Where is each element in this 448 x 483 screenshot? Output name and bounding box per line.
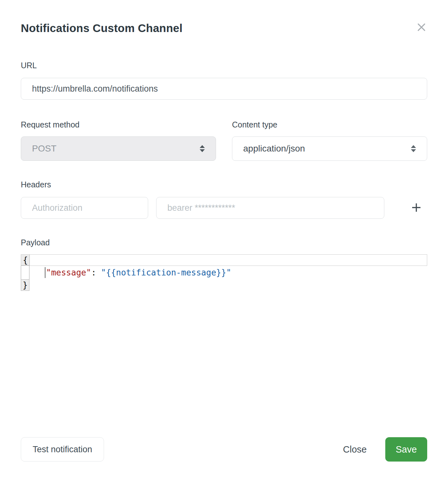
- url-label: URL: [21, 61, 427, 70]
- close-icon: [415, 30, 428, 35]
- code-line-close: }: [21, 279, 427, 291]
- header-name-input[interactable]: [21, 197, 148, 219]
- plus-icon: [411, 202, 421, 214]
- headers-group: Headers: [21, 180, 427, 219]
- code-line-body: "message":"{{notification-message}}": [21, 266, 427, 279]
- code-text: "message":"{{notification-message}}": [45, 266, 231, 279]
- content-type-label: Content type: [232, 120, 427, 129]
- payload-label: Payload: [21, 238, 427, 247]
- headers-label: Headers: [21, 180, 427, 189]
- close-brace-highlight: }: [21, 279, 29, 291]
- close-text-button[interactable]: Close: [343, 444, 367, 455]
- content-type-group: Content type application/json: [232, 120, 427, 161]
- open-brace-highlight: {: [21, 255, 30, 266]
- json-colon: :: [91, 268, 96, 277]
- add-header-button[interactable]: [409, 201, 423, 215]
- dialog-header: Notifications Custom Channel: [21, 0, 427, 35]
- save-button[interactable]: Save: [385, 437, 427, 462]
- header-value-input[interactable]: [156, 197, 384, 219]
- content-type-select[interactable]: application/json: [232, 136, 427, 161]
- request-method-label: Request method: [21, 120, 216, 129]
- url-input[interactable]: [21, 78, 427, 100]
- payload-editor[interactable]: { "message":"{{notification-message}}" }: [21, 254, 427, 291]
- request-method-group: Request method POST: [21, 120, 216, 161]
- request-method-select[interactable]: POST: [21, 136, 216, 161]
- request-method-value: POST: [32, 143, 56, 154]
- payload-group: Payload { "message":"{{notification-mess…: [21, 238, 427, 291]
- test-notification-button[interactable]: Test notification: [21, 437, 104, 462]
- code-line-open: {: [21, 254, 427, 266]
- json-value: "{{notification-message}}": [101, 268, 231, 277]
- close-button[interactable]: [414, 20, 428, 35]
- notifications-custom-channel-dialog: Notifications Custom Channel URL Request…: [0, 0, 448, 483]
- method-content-row: Request method POST Content type applica…: [21, 120, 427, 161]
- dialog-footer: Test notification Close Save: [21, 437, 427, 462]
- select-arrows-icon: [411, 145, 416, 152]
- dialog-title: Notifications Custom Channel: [21, 22, 427, 35]
- select-arrows-icon: [200, 145, 205, 152]
- json-key: "message": [46, 268, 91, 277]
- content-type-value: application/json: [243, 143, 305, 154]
- gutter-box: [21, 266, 29, 279]
- header-row: [21, 197, 427, 219]
- url-field-group: URL: [21, 61, 427, 100]
